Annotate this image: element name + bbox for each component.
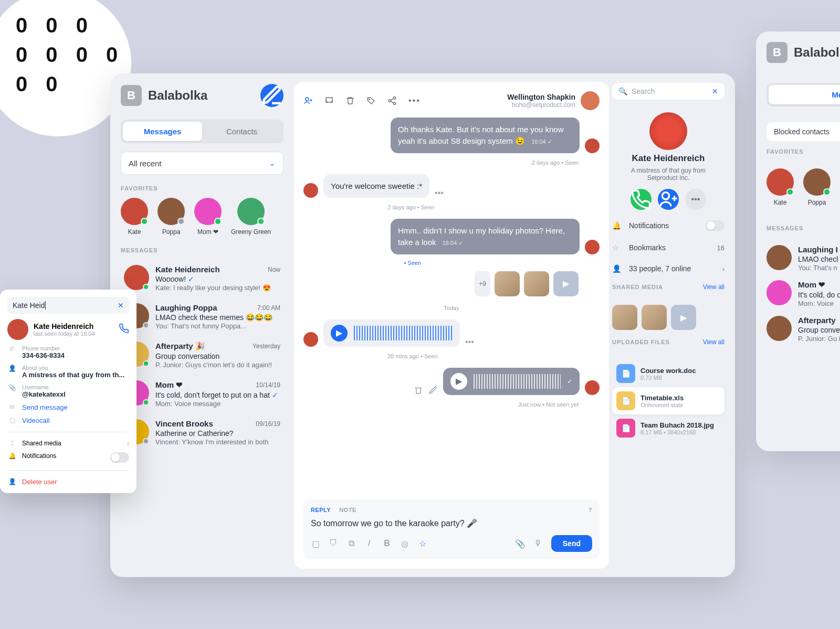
conversation-panel: ••• Wellington Shapkin hoho@setproduct.c…	[294, 82, 609, 569]
app-logo: B	[766, 42, 788, 63]
voice-message-out[interactable]: ▶ ✓	[443, 368, 580, 395]
bell-icon: 🔔	[7, 452, 17, 460]
favorite-item[interactable]: Kate	[766, 168, 794, 206]
people-row[interactable]: 👤 33 people, 7 online ›	[612, 262, 724, 275]
inbox-icon[interactable]	[324, 96, 334, 105]
more-icon[interactable]: •••	[408, 96, 421, 105]
shared-media-row[interactable]: ⤴Shared media›	[7, 440, 129, 447]
seen-link[interactable]: • Seen	[303, 260, 600, 266]
notifications-toggle[interactable]	[706, 220, 724, 231]
media-thumb[interactable]	[642, 305, 667, 330]
media-thumb[interactable]	[612, 305, 637, 330]
filter-dropdown[interactable]: All recent ⌄	[121, 152, 284, 175]
file-item[interactable]: 📄Team Buhach 2018.jpg8.17 MB • 3840x2160	[612, 414, 724, 442]
notifications-row[interactable]: 🔔 Notifications	[612, 218, 724, 233]
avatar	[585, 380, 600, 395]
svg-point-4	[393, 102, 396, 105]
delete-user-link[interactable]: Delete user	[22, 478, 57, 486]
send-button[interactable]: Send	[551, 535, 592, 552]
play-icon[interactable]: ▶	[450, 373, 467, 390]
contact-popup: Kate Heid ✕ Kate Heidenreich last seen t…	[0, 290, 136, 493]
view-all-link[interactable]: View all	[703, 338, 724, 346]
message-item[interactable]: Laughing ILMAO checlYou: That's n	[766, 245, 840, 272]
composer-tab-reply[interactable]: REPLY	[311, 507, 331, 513]
bookmark-icon[interactable]: ⛉	[329, 539, 338, 548]
trash-icon[interactable]	[414, 386, 423, 395]
svg-point-0	[306, 98, 309, 101]
user-icon: 👤	[612, 264, 623, 273]
message-item[interactable]: Kate HeidenreichNowWoooow! ✓Kate: I real…	[121, 260, 284, 297]
notifications-row[interactable]: 🔔Notifications	[7, 452, 129, 463]
toggle[interactable]	[110, 452, 129, 463]
user-icon: 👤	[7, 365, 17, 372]
message-bubble: Oh thanks Kate. But it's not about me yo…	[391, 118, 580, 153]
view-all-link[interactable]: View all	[703, 283, 724, 291]
popup-search[interactable]: Kate Heid ✕	[7, 297, 129, 314]
play-icon[interactable]: ▶	[331, 325, 348, 342]
call-button[interactable]	[631, 189, 652, 210]
tag-icon[interactable]	[366, 96, 376, 105]
copy-icon[interactable]: ⧉	[346, 539, 356, 548]
chat-user-email: hoho@setproduct.com	[507, 101, 575, 109]
profile-avatar[interactable]	[649, 112, 687, 150]
app-logo: B	[121, 85, 142, 106]
call-icon[interactable]	[119, 323, 129, 336]
photo-thumb[interactable]	[524, 271, 549, 296]
chat-user-avatar[interactable]	[581, 91, 600, 110]
video-thumb[interactable]: ▶	[553, 271, 579, 296]
message-bubble: You're welcome sweetie :*	[323, 174, 429, 198]
favorite-item[interactable]: Kate	[121, 198, 148, 236]
message-item[interactable]: Afterparty 🎉YesterdayGroup conversationP…	[121, 336, 284, 374]
more-photos-badge[interactable]: +9	[475, 271, 490, 296]
more-button[interactable]: •••	[685, 189, 706, 210]
clear-icon[interactable]: ✕	[712, 87, 718, 95]
send-message-link[interactable]: Send message	[22, 403, 68, 411]
location-icon[interactable]: ◎	[400, 539, 410, 548]
tab-messages[interactable]: Messages	[769, 85, 840, 104]
search-input[interactable]: 🔍 Search ✕	[612, 83, 724, 100]
add-user-icon[interactable]	[303, 96, 313, 105]
composer-tab-note[interactable]: NOTE	[339, 507, 356, 513]
message-item[interactable]: Vincent Brooks09/16/19Katherine or Cathe…	[121, 414, 284, 451]
clear-icon[interactable]: ✕	[118, 301, 124, 310]
favorite-item[interactable]: Mom ❤	[194, 198, 222, 236]
media-video-thumb[interactable]: ▶	[671, 305, 696, 330]
bookmarks-row[interactable]: ☆ Bookmarks 16	[612, 241, 724, 254]
message-item[interactable]: AfterpartyGroup conveP. Junior: Gu it ag…	[766, 316, 840, 343]
voice-message[interactable]: ▶	[323, 319, 460, 347]
mic-icon[interactable]: 🎙	[533, 539, 543, 548]
favorite-item[interactable]: Poppa	[803, 168, 831, 206]
more-icon[interactable]: •••	[435, 188, 444, 198]
file-item[interactable]: 📄Timetable.xlsOnhovered state	[612, 387, 724, 414]
tab-contacts[interactable]: Contacts	[202, 122, 281, 141]
avatar	[303, 332, 318, 347]
message-item[interactable]: Mom ❤10/14/19It's cold, don't forget to …	[121, 375, 284, 413]
star-icon[interactable]: ☆	[418, 539, 427, 548]
italic-icon[interactable]: I	[364, 539, 374, 548]
photo-thumb[interactable]	[495, 271, 520, 296]
message-item[interactable]: Mom ❤It's cold, do on a hatMom: Voice	[766, 280, 840, 307]
file-item[interactable]: 📄Course work.doc0.73 MB	[612, 360, 724, 387]
trash-icon[interactable]	[345, 96, 355, 105]
bold-icon[interactable]: B	[382, 539, 392, 548]
main-app-window: B Balabolka Messages Contacts All recent…	[110, 73, 735, 577]
message-input[interactable]	[311, 518, 592, 528]
svg-point-5	[662, 193, 669, 199]
share-icon[interactable]	[387, 96, 397, 105]
mail-icon: ✉	[7, 403, 17, 411]
add-contact-button[interactable]	[658, 189, 679, 210]
edit-icon[interactable]	[428, 386, 438, 395]
more-icon[interactable]: •••	[465, 337, 474, 347]
videocall-link[interactable]: Videocall	[22, 417, 50, 424]
tab-messages[interactable]: Messages	[123, 122, 202, 141]
image-icon[interactable]: ▢	[311, 539, 320, 548]
avatar	[303, 183, 318, 198]
blocked-contacts[interactable]: Blocked contacts	[766, 122, 840, 141]
help-icon[interactable]: ?	[589, 507, 592, 513]
attach-icon[interactable]: 📎	[516, 539, 525, 548]
favorite-item[interactable]: Greeny Green	[231, 198, 271, 236]
svg-point-2	[393, 97, 396, 100]
compose-button[interactable]	[260, 84, 284, 107]
message-item[interactable]: Laughing Poppa7:00 AMLMAO check these me…	[121, 298, 284, 335]
favorite-item[interactable]: Poppa	[158, 198, 185, 236]
